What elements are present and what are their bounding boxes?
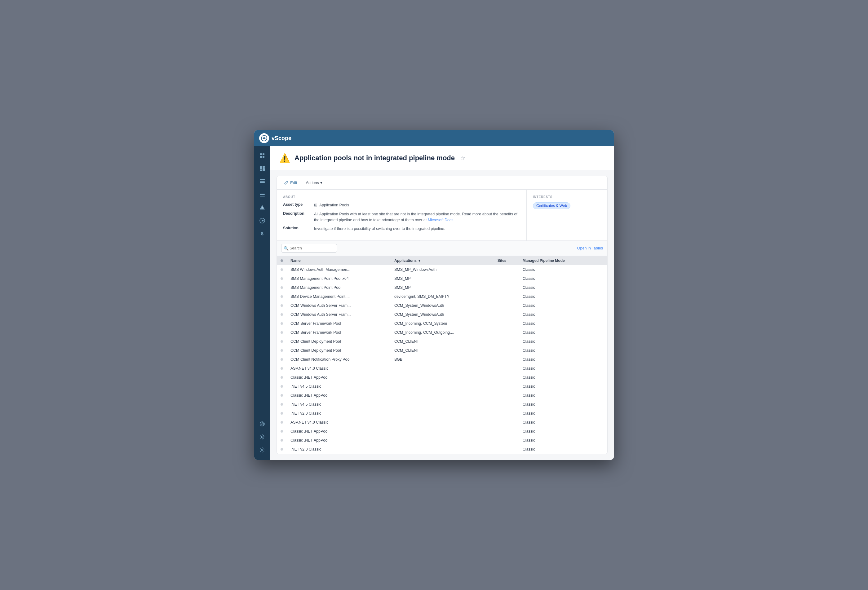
sidebar-item-list[interactable] xyxy=(257,189,268,200)
table-row[interactable]: CCM Windows Auth Server Fram... CCM_Syst… xyxy=(277,301,607,310)
row-applications-cell: SMS_MP_WindowsAuth xyxy=(391,265,494,274)
table-row[interactable]: SMS Management Point Pool x64 SMS_MP Cla… xyxy=(277,274,607,283)
row-action-cell xyxy=(595,418,607,427)
row-sites-cell xyxy=(494,382,519,391)
actions-button[interactable]: Actions ▾ xyxy=(303,179,325,186)
sidebar-item-tables[interactable] xyxy=(257,176,268,187)
row-sites-cell xyxy=(494,337,519,346)
row-applications-cell xyxy=(391,436,494,445)
table-row[interactable]: .NET v2.0 Classic Classic xyxy=(277,409,607,418)
table-row[interactable]: CCM Server Framework Pool CCM_Incoming, … xyxy=(277,319,607,328)
table-row[interactable]: CCM Windows Auth Server Fram... CCM_Syst… xyxy=(277,310,607,319)
row-name-cell: CCM Client Deployment Pool xyxy=(287,346,391,355)
microsoft-docs-link[interactable]: Microsoft Docs xyxy=(428,218,453,222)
row-sites-cell xyxy=(494,346,519,355)
row-status-indicator xyxy=(280,295,283,298)
data-table-container: Name Applications ▼ xyxy=(277,256,607,454)
row-status-indicator xyxy=(280,430,283,432)
table-row[interactable]: .NET v4.5 Classic Classic xyxy=(277,382,607,391)
warning-icon: ⚠️ xyxy=(279,152,290,164)
sidebar-item-settings[interactable] xyxy=(257,444,268,456)
sidebar-item-reports[interactable] xyxy=(257,150,268,161)
open-tables-link[interactable]: Open in Tables xyxy=(577,246,603,251)
sidebar-item-cost[interactable]: $ xyxy=(257,228,268,239)
row-sites-cell xyxy=(494,310,519,319)
solution-row: Solution Investigate if there is a possi… xyxy=(283,226,520,232)
row-pipeline-cell: Classic xyxy=(519,292,595,301)
table-row[interactable]: .NET v2.0 Classic Classic xyxy=(277,445,607,454)
table-row[interactable]: .NET v4.5 Classic Classic xyxy=(277,400,607,409)
row-action-cell xyxy=(595,364,607,373)
sidebar-item-target[interactable] xyxy=(257,418,268,429)
table-col-applications[interactable]: Applications ▼ xyxy=(391,256,494,265)
table-row[interactable]: ASP.NET v4.0 Classic Classic xyxy=(277,364,607,373)
favorite-star-icon[interactable]: ☆ xyxy=(461,155,465,161)
svg-rect-8 xyxy=(263,168,265,171)
row-applications-cell xyxy=(391,445,494,454)
svg-rect-12 xyxy=(260,184,265,184)
svg-rect-7 xyxy=(260,170,262,171)
row-action-cell xyxy=(595,292,607,301)
table-col-name[interactable]: Name xyxy=(287,256,391,265)
row-name-cell: Classic .NET AppPool xyxy=(287,436,391,445)
row-applications-cell: CCM_CLIENT xyxy=(391,346,494,355)
row-indicator-cell xyxy=(277,445,287,454)
row-applications-cell xyxy=(391,400,494,409)
row-pipeline-cell: Classic xyxy=(519,337,595,346)
sidebar-item-alerts[interactable] xyxy=(257,202,268,213)
search-row: 🔍 Open in Tables xyxy=(277,241,607,256)
table-row[interactable]: Classic .NET AppPool Classic xyxy=(277,436,607,445)
row-status-indicator xyxy=(280,304,283,307)
asset-type-label: Asset type xyxy=(283,202,314,206)
search-input[interactable] xyxy=(281,244,337,252)
row-sites-cell xyxy=(494,355,519,364)
table-row[interactable]: CCM Server Framework Pool CCM_Incoming, … xyxy=(277,328,607,337)
sidebar-item-dashboard[interactable] xyxy=(257,163,268,174)
row-indicator-cell xyxy=(277,319,287,328)
interests-label: INTERESTS xyxy=(533,195,601,199)
row-applications-cell xyxy=(391,409,494,418)
sidebar-item-play[interactable] xyxy=(257,215,268,226)
row-applications-cell xyxy=(391,364,494,373)
row-pipeline-cell: Classic xyxy=(519,436,595,445)
row-action-cell xyxy=(595,283,607,292)
table-row[interactable]: CCM Client Deployment Pool CCM_CLIENT Cl… xyxy=(277,337,607,346)
sidebar-item-integrations[interactable] xyxy=(257,431,268,442)
row-indicator-cell xyxy=(277,283,287,292)
row-name-cell: SMS Windows Auth Managemen... xyxy=(287,265,391,274)
table-row[interactable]: SMS Windows Auth Managemen... SMS_MP_Win… xyxy=(277,265,607,274)
row-indicator-cell xyxy=(277,364,287,373)
table-row[interactable]: Classic .NET AppPool Classic xyxy=(277,391,607,400)
table-row[interactable]: Classic .NET AppPool Classic xyxy=(277,373,607,382)
row-indicator-cell xyxy=(277,310,287,319)
row-name-cell: Classic .NET AppPool xyxy=(287,373,391,382)
table-row[interactable]: CCM Client Deployment Pool CCM_CLIENT Cl… xyxy=(277,346,607,355)
row-status-indicator xyxy=(280,340,283,343)
svg-rect-11 xyxy=(260,182,265,183)
row-applications-cell: devicemgmt, SMS_DM_EMPTY xyxy=(391,292,494,301)
row-action-cell xyxy=(595,274,607,283)
row-action-cell xyxy=(595,337,607,346)
table-row[interactable]: Classic .NET AppPool Classic xyxy=(277,427,607,436)
table-row[interactable]: CCM Client Notification Proxy Pool BGB C… xyxy=(277,355,607,364)
row-action-cell xyxy=(595,346,607,355)
row-indicator-cell xyxy=(277,418,287,427)
svg-point-17 xyxy=(262,208,263,209)
row-status-indicator xyxy=(280,286,283,289)
sort-arrow-icon: ▼ xyxy=(418,259,421,263)
table-row[interactable]: SMS Device Management Point ... devicemg… xyxy=(277,292,607,301)
table-row[interactable]: SMS Management Point Pool SMS_MP Classic xyxy=(277,283,607,292)
interest-badge[interactable]: Certificates & Web xyxy=(533,202,570,209)
row-pipeline-cell: Classic xyxy=(519,427,595,436)
edit-button[interactable]: Edit xyxy=(282,179,300,186)
row-indicator-cell xyxy=(277,346,287,355)
table-row[interactable]: ASP.NET v4.0 Classic Classic xyxy=(277,418,607,427)
row-indicator-cell xyxy=(277,400,287,409)
svg-rect-9 xyxy=(260,179,265,180)
row-status-indicator xyxy=(280,403,283,406)
row-pipeline-cell: Classic xyxy=(519,346,595,355)
row-name-cell: CCM Server Framework Pool xyxy=(287,328,391,337)
row-indicator-cell xyxy=(277,274,287,283)
row-status-indicator xyxy=(280,412,283,414)
table-body: SMS Windows Auth Managemen... SMS_MP_Win… xyxy=(277,265,607,454)
